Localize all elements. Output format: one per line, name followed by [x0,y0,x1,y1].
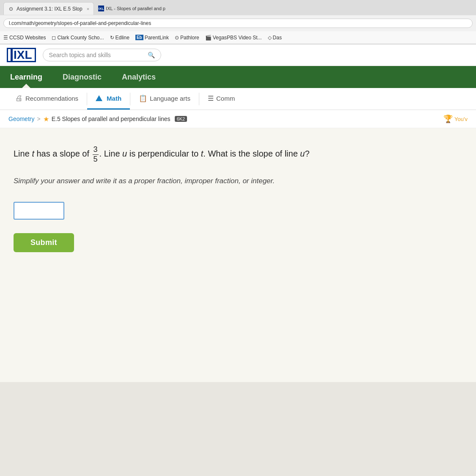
sub-navigation: 🖨 Recommendations Math 📋 Language arts ☰… [0,88,476,110]
search-icon[interactable]: 🔍 [148,52,155,58]
nav-diagnostic-label: Diagnostic [63,73,102,82]
nav-learning-label: Learning [10,73,42,82]
bookmark-clark[interactable]: ◻ Clark County Scho... [52,35,104,41]
logo-text: IXL [14,49,32,61]
line-u-variable: u [122,149,127,158]
side-tab-label: IXL - Slopes of parallel and p [106,6,165,11]
language-arts-icon: 📋 [139,94,147,102]
bookmark-clark-icon: ◻ [52,35,56,41]
common-icon: ☰ [208,94,214,102]
bookmark-pathlore[interactable]: ⊙ Pathlore [175,35,199,41]
bookmark-parentlink-icon: Eb [135,35,143,40]
main-content: Line t has a slope of 3 5 . Line u is pe… [0,128,476,382]
bookmark-clark-label: Clark County Scho... [57,35,104,41]
question-end-text: . What is the slope of line [203,149,300,158]
browser-chrome: ⊙ Assignment 3.1: IXL E.5 Slop × IXL IXL… [0,0,476,44]
trophy-icon: 🏆 [443,114,453,124]
perpendicular-text: is perpendicular to [127,149,201,158]
grade-badge: 6K2 [175,116,187,122]
url-text: l.com/math/geometry/slopes-of-parallel-a… [9,20,151,26]
search-placeholder: Search topics and skills [49,52,111,58]
bookmark-vegaspbs-icon: 🎬 [205,35,212,41]
tab-bar: ⊙ Assignment 3.1: IXL E.5 Slop × IXL IXL… [0,0,476,15]
breadcrumb-title: E.5 Slopes of parallel and perpendicular… [52,116,171,122]
sub-nav-math-label: Math [107,95,121,102]
sub-nav-language-label: Language arts [150,95,190,102]
address-bar-row: l.com/math/geometry/slopes-of-parallel-a… [0,15,476,31]
nav-item-analytics[interactable]: Analytics [112,66,166,88]
sub-nav-recommendations-label: Recommendations [25,95,78,102]
nav-item-learning[interactable]: Learning [0,66,52,88]
side-tab[interactable]: IXL IXL - Slopes of parallel and p [94,2,170,15]
bookmark-edline-label: Edline [116,35,129,41]
side-tab-favicon: IXL [98,6,104,11]
bookmark-edline-icon: ↻ [110,35,114,41]
bookmark-das-label: Das [273,35,282,41]
breadcrumb: Geometry > ★ E.5 Slopes of parallel and … [0,110,476,128]
line-t-prefix: Line [14,149,32,158]
math-triangle-icon [96,95,102,101]
bookmark-pathlore-label: Pathlore [180,35,199,41]
slope-text: has a slope of [34,149,92,158]
sub-nav-recommendations[interactable]: 🖨 Recommendations [7,88,87,110]
sub-nav-common-label: Comm [216,95,235,102]
bookmark-ccsd[interactable]: ☰ CCSD Websites [3,35,46,41]
star-icon: ★ [43,115,49,123]
trophy-area: 🏆 You'v [443,114,468,124]
instruction-text: Simplify your answer and write it as a p… [14,176,462,187]
tab-favicon: ⊙ [8,6,14,12]
ixl-logo[interactable]: IXL [7,48,36,62]
bookmark-pathlore-icon: ⊙ [175,35,179,41]
question-text: Line t has a slope of 3 5 . Line u is pe… [14,145,462,164]
submit-button[interactable]: Submit [14,233,74,252]
bookmark-parentlink-label: ParentLink [145,35,169,41]
breadcrumb-separator: > [37,116,40,122]
fraction-denominator: 5 [93,155,99,164]
sub-nav-math[interactable]: Math [87,88,130,110]
bookmark-parentlink[interactable]: Eb ParentLink [135,35,169,41]
bookmark-vegaspbs-label: VegasPBS Video St... [213,35,262,41]
u-reference: u [300,149,305,158]
sub-nav-language-arts[interactable]: 📋 Language arts [130,88,199,110]
recommendations-icon: 🖨 [15,94,23,103]
bookmark-das-icon: ◇ [268,35,272,41]
tab-close-button[interactable]: × [87,6,89,11]
breadcrumb-current: ★ E.5 Slopes of parallel and perpendicul… [43,115,187,123]
submit-label: Submit [30,238,57,247]
nav-item-diagnostic[interactable]: Diagnostic [52,66,112,88]
bookmark-vegaspbs[interactable]: 🎬 VegasPBS Video St... [205,35,262,41]
bookmark-ccsd-label: CCSD Websites [9,35,46,41]
bookmarks-bar: ☰ CCSD Websites ◻ Clark County Scho... ↻… [0,31,476,44]
ixl-header: IXL Search topics and skills 🔍 [0,44,476,66]
main-navigation: Learning Diagnostic Analytics [0,66,476,88]
breadcrumb-geometry[interactable]: Geometry [8,116,34,122]
bookmark-edline[interactable]: ↻ Edline [110,35,129,41]
trophy-text: You'v [454,116,468,122]
slope-fraction: 3 5 [93,145,99,164]
question-mark: ? [305,149,309,158]
logo-bar [11,49,13,61]
sub-nav-common[interactable]: ☰ Comm [199,88,243,110]
search-bar[interactable]: Search topics and skills 🔍 [43,49,161,61]
nav-analytics-label: Analytics [122,73,156,82]
bookmark-ccsd-icon: ☰ [3,35,8,41]
bookmark-das[interactable]: ◇ Das [268,35,282,41]
fraction-numerator: 3 [93,145,99,155]
address-bar[interactable]: l.com/math/geometry/slopes-of-parallel-a… [3,19,473,28]
active-tab[interactable]: ⊙ Assignment 3.1: IXL E.5 Slop × [3,2,94,15]
answer-input[interactable] [14,202,64,220]
line-u-connector: . Line [99,149,122,158]
active-tab-label: Assignment 3.1: IXL E.5 Slop [17,6,83,12]
